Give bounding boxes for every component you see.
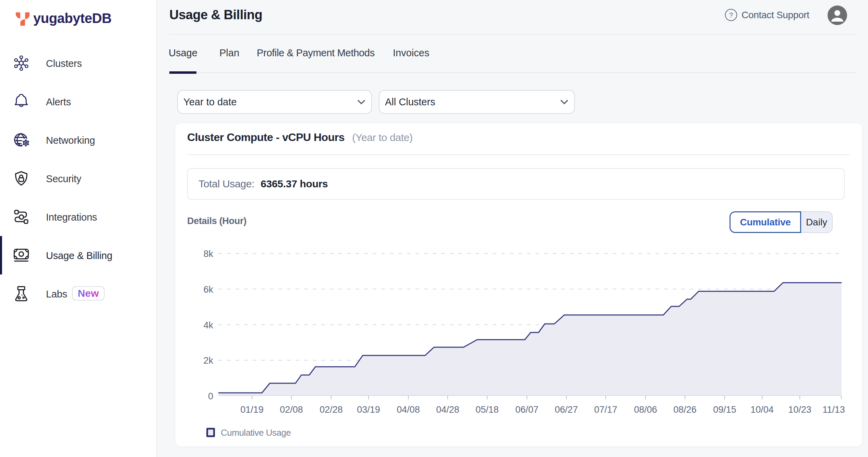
svg-text:8k: 8k xyxy=(203,249,213,259)
svg-text:02/08: 02/08 xyxy=(280,405,303,415)
svg-text:04/08: 04/08 xyxy=(397,405,420,415)
svg-text:0: 0 xyxy=(208,391,213,401)
svg-text:01/19: 01/19 xyxy=(240,405,264,415)
svg-text:04/28: 04/28 xyxy=(436,405,459,415)
svg-text:07/17: 07/17 xyxy=(594,405,617,415)
svg-text:08/06: 08/06 xyxy=(634,405,657,415)
svg-text:06/27: 06/27 xyxy=(555,405,578,415)
svg-text:06/07: 06/07 xyxy=(515,405,539,415)
svg-text:08/26: 08/26 xyxy=(673,405,697,415)
svg-text:10/04: 10/04 xyxy=(750,405,774,415)
svg-text:09/15: 09/15 xyxy=(713,405,736,415)
svg-text:10/23: 10/23 xyxy=(788,405,811,415)
svg-text:02/28: 02/28 xyxy=(320,405,343,415)
svg-text:6k: 6k xyxy=(203,284,213,295)
svg-text:03/19: 03/19 xyxy=(357,405,380,415)
svg-text:4k: 4k xyxy=(203,320,213,330)
svg-text:05/18: 05/18 xyxy=(475,405,499,415)
svg-text:2k: 2k xyxy=(203,355,213,366)
svg-text:11/13: 11/13 xyxy=(822,405,845,415)
